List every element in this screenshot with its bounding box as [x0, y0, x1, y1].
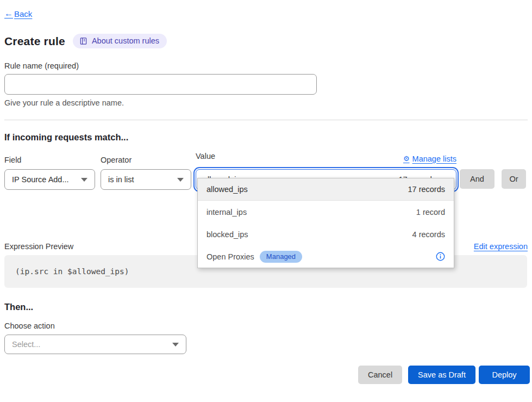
- expression-preview-label: Expression Preview: [4, 242, 73, 251]
- rule-name-input[interactable]: [4, 74, 317, 95]
- edit-expression-link[interactable]: Edit expression: [474, 242, 528, 251]
- book-icon: [79, 37, 87, 45]
- page-title: Create rule: [4, 35, 65, 48]
- value-label-row: Value ⚙Manage lists: [196, 152, 456, 165]
- operator-select[interactable]: is in list: [101, 169, 191, 190]
- condition-row: Field IP Source Add... Operator is in li…: [4, 152, 528, 190]
- info-icon[interactable]: [436, 252, 445, 261]
- list-name: internal_ips: [206, 208, 247, 217]
- dropdown-item-open-proxies[interactable]: Open Proxies Managed: [198, 245, 454, 268]
- about-pill-label: About custom rules: [92, 36, 159, 45]
- field-label: Field: [4, 156, 95, 164]
- or-button[interactable]: Or: [502, 169, 526, 189]
- list-meta: 4 records: [412, 230, 445, 239]
- dropdown-item-allowed-ips[interactable]: allowed_ips 17 records: [198, 178, 454, 201]
- managed-badge: Managed: [260, 251, 302, 263]
- create-rule-page: ←Back Create rule About custom rules Rul…: [0, 0, 532, 384]
- list-name: allowed_ips: [206, 185, 248, 194]
- section-divider: [4, 120, 528, 120]
- back-link[interactable]: ←Back: [4, 9, 32, 18]
- operator-column: Operator is in list: [101, 156, 191, 190]
- about-custom-rules-link[interactable]: About custom rules: [73, 34, 167, 48]
- back-link-label: Back: [14, 9, 32, 18]
- manage-lists-link[interactable]: ⚙Manage lists: [403, 154, 456, 163]
- list-meta: 17 records: [408, 185, 445, 194]
- and-button[interactable]: And: [460, 169, 495, 189]
- field-column: Field IP Source Add...: [4, 156, 95, 190]
- match-section-heading: If incoming requests match...: [4, 132, 528, 143]
- chevron-down-icon: [177, 178, 184, 182]
- manage-lists-label: Manage lists: [412, 154, 456, 163]
- action-select[interactable]: Select...: [4, 335, 186, 354]
- action-select-placeholder: Select...: [12, 340, 40, 349]
- field-select-value: IP Source Add...: [12, 175, 69, 184]
- cancel-button[interactable]: Cancel: [358, 366, 402, 384]
- footer-actions: Cancel Save as Draft Deploy: [4, 366, 530, 384]
- value-label: Value: [196, 152, 215, 160]
- gear-icon: ⚙: [403, 154, 410, 163]
- save-as-draft-button[interactable]: Save as Draft: [408, 366, 475, 384]
- list-name: blocked_ips: [206, 230, 248, 239]
- then-section-heading: Then...: [4, 302, 528, 312]
- list-meta: 1 record: [416, 208, 445, 217]
- choose-action-label: Choose action: [4, 321, 528, 330]
- operator-select-value: is in list: [108, 175, 134, 184]
- value-column: Value ⚙Manage lists allowed_ips 17 recor…: [196, 152, 456, 190]
- dropdown-item-blocked-ips[interactable]: blocked_ips 4 records: [198, 223, 454, 245]
- deploy-button[interactable]: Deploy: [479, 366, 530, 384]
- field-select[interactable]: IP Source Add...: [4, 169, 95, 190]
- expression-code: (ip.src in $allowed_ips): [15, 267, 129, 276]
- back-arrow-icon: ←: [4, 9, 13, 18]
- rule-name-helper: Give your rule a descriptive name.: [4, 98, 528, 107]
- title-row: Create rule About custom rules: [4, 34, 528, 48]
- list-name: Open Proxies: [206, 252, 254, 261]
- dropdown-item-internal-ips[interactable]: internal_ips 1 record: [198, 201, 454, 223]
- chevron-down-icon: [81, 178, 87, 182]
- rule-name-label: Rule name (required): [4, 61, 528, 70]
- value-dropdown-panel: allowed_ips 17 records internal_ips 1 re…: [197, 178, 454, 268]
- operator-label: Operator: [101, 156, 191, 164]
- chevron-down-icon: [172, 343, 179, 347]
